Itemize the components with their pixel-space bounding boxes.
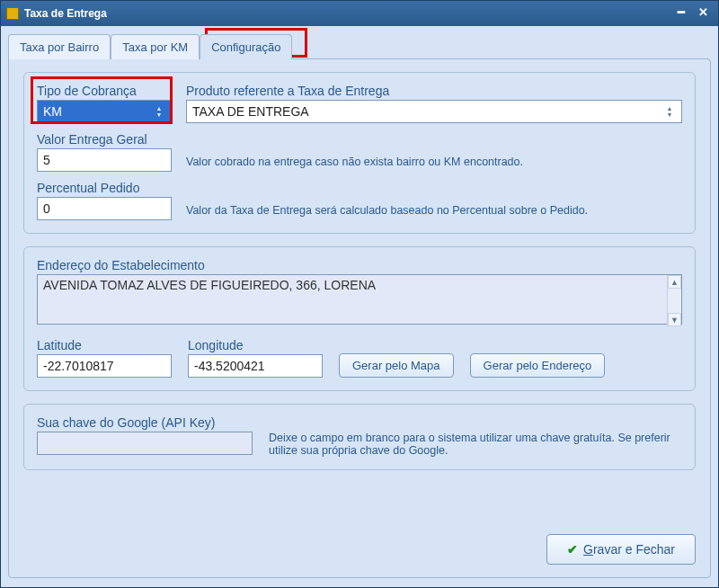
label-tipo-cobranca: Tipo de Cobrança (37, 84, 172, 98)
check-icon: ✔ (567, 542, 578, 557)
spinner-icon: ▲▼ (663, 106, 676, 118)
tab-configuracao[interactable]: Configuração (200, 34, 292, 59)
titlebar: Taxa de Entrega ━ ✕ (1, 1, 718, 26)
combo-produto[interactable]: TAXA DE ENTREGA ▲▼ (186, 100, 682, 123)
label-percentual: Percentual Pedido (37, 181, 172, 195)
scroll-down-icon[interactable]: ▼ (668, 313, 681, 326)
group-api-key: Sua chave do Google (API Key) Deixe o ca… (23, 404, 696, 470)
button-gravar-fechar[interactable]: ✔ Gravar e Fechar (546, 534, 696, 565)
tabstrip: Taxa por Bairro Taxa por KM Configuração (8, 31, 711, 58)
input-api-key[interactable] (37, 432, 253, 455)
hint-api-key: Deixe o campo em branco para o sistema u… (269, 432, 682, 457)
input-valor-entrega[interactable] (37, 148, 172, 172)
group-endereco: Endereço do Estabelecimento ▲ ▼ Latitude… (23, 246, 696, 391)
input-longitude[interactable] (188, 354, 323, 378)
tab-taxa-por-km[interactable]: Taxa por KM (111, 34, 200, 59)
tab-taxa-por-bairro[interactable]: Taxa por Bairro (8, 34, 111, 59)
label-produto: Produto referente a Taxa de Entrega (186, 84, 682, 98)
window-title: Taxa de Entrega (24, 7, 670, 20)
textarea-endereco[interactable] (37, 274, 682, 325)
input-latitude[interactable] (37, 354, 172, 378)
hint-valor-entrega: Valor cobrado na entrega caso não exista… (186, 156, 682, 168)
label-endereco: Endereço do Estabelecimento (37, 258, 682, 272)
input-percentual[interactable] (37, 197, 172, 220)
button-gerar-endereco[interactable]: Gerar pelo Endereço (470, 353, 606, 378)
label-longitude: Longitude (188, 338, 323, 352)
button-gerar-mapa[interactable]: Gerar pelo Mapa (339, 353, 454, 378)
spinner-icon: ▲▼ (153, 106, 165, 118)
label-valor-entrega: Valor Entrega Geral (37, 132, 172, 147)
label-latitude: Latitude (37, 338, 172, 352)
tab-panel-configuracao: Tipo de Cobrança KM ▲▼ Produto referente… (8, 58, 711, 578)
client-area: Taxa por Bairro Taxa por KM Configuração… (1, 26, 718, 587)
minimize-button[interactable]: ━ (671, 5, 691, 22)
label-api-key: Sua chave do Google (API Key) (37, 415, 253, 430)
save-label: Gravar e Fechar (583, 542, 675, 557)
close-button[interactable]: ✕ (693, 5, 713, 22)
textarea-scrollbar[interactable]: ▲ ▼ (667, 275, 681, 326)
group-cobranca: Tipo de Cobrança KM ▲▼ Produto referente… (23, 72, 696, 234)
hint-percentual: Valor da Taxa de Entrega será calculado … (186, 204, 682, 217)
combo-tipo-cobranca[interactable]: KM ▲▼ (37, 100, 172, 123)
textarea-wrap: ▲ ▼ (37, 274, 682, 327)
scroll-up-icon[interactable]: ▲ (668, 275, 681, 289)
app-icon (6, 7, 19, 20)
window-frame: Taxa de Entrega ━ ✕ Taxa por Bairro Taxa… (0, 0, 719, 588)
footer-bar: ✔ Gravar e Fechar (23, 529, 696, 565)
